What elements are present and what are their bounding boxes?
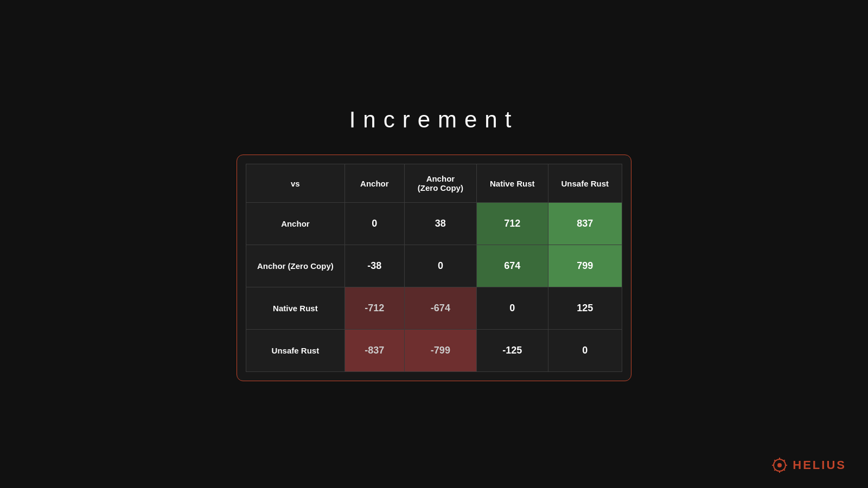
cell-2-3: 125 bbox=[548, 287, 622, 330]
svg-line-8 bbox=[784, 460, 785, 461]
row-label-1: Anchor (Zero Copy) bbox=[246, 245, 344, 287]
cell-3-0: -837 bbox=[344, 330, 404, 372]
row-label-2: Native Rust bbox=[246, 287, 344, 330]
comparison-table: vs Anchor Anchor (Zero Copy) Native Rust… bbox=[246, 164, 622, 372]
svg-line-9 bbox=[775, 470, 776, 471]
cell-2-2: 0 bbox=[476, 287, 548, 330]
svg-line-6 bbox=[775, 460, 776, 461]
cell-1-1: 0 bbox=[404, 245, 476, 287]
cell-3-2: -125 bbox=[476, 330, 548, 372]
page-title: Increment bbox=[349, 107, 519, 133]
table-row: Anchor (Zero Copy)-380674799 bbox=[246, 245, 622, 287]
cell-1-3: 799 bbox=[548, 245, 622, 287]
cell-3-1: -799 bbox=[404, 330, 476, 372]
table-row: Anchor038712837 bbox=[246, 203, 622, 245]
cell-0-2: 712 bbox=[476, 203, 548, 245]
row-label-0: Anchor bbox=[246, 203, 344, 245]
table-row: Unsafe Rust-837-799-1250 bbox=[246, 330, 622, 372]
cell-1-2: 674 bbox=[476, 245, 548, 287]
cell-2-0: -712 bbox=[344, 287, 404, 330]
col-header-anchor: Anchor bbox=[344, 164, 404, 203]
cell-0-1: 38 bbox=[404, 203, 476, 245]
col-header-native-rust: Native Rust bbox=[476, 164, 548, 203]
table-row: Native Rust-712-6740125 bbox=[246, 287, 622, 330]
logo-area: HELIUS bbox=[772, 458, 846, 473]
helius-logo-text: HELIUS bbox=[793, 458, 846, 472]
cell-1-0: -38 bbox=[344, 245, 404, 287]
svg-line-7 bbox=[784, 470, 785, 471]
cell-3-3: 0 bbox=[548, 330, 622, 372]
cell-0-0: 0 bbox=[344, 203, 404, 245]
helius-logo-icon bbox=[772, 458, 787, 473]
svg-point-1 bbox=[777, 463, 782, 467]
row-label-3: Unsafe Rust bbox=[246, 330, 344, 372]
cell-0-3: 837 bbox=[548, 203, 622, 245]
col-header-unsafe-rust: Unsafe Rust bbox=[548, 164, 622, 203]
comparison-card: vs Anchor Anchor (Zero Copy) Native Rust… bbox=[237, 155, 631, 381]
cell-2-1: -674 bbox=[404, 287, 476, 330]
col-header-vs: vs bbox=[246, 164, 344, 203]
col-header-anchor-zero-copy: Anchor (Zero Copy) bbox=[404, 164, 476, 203]
